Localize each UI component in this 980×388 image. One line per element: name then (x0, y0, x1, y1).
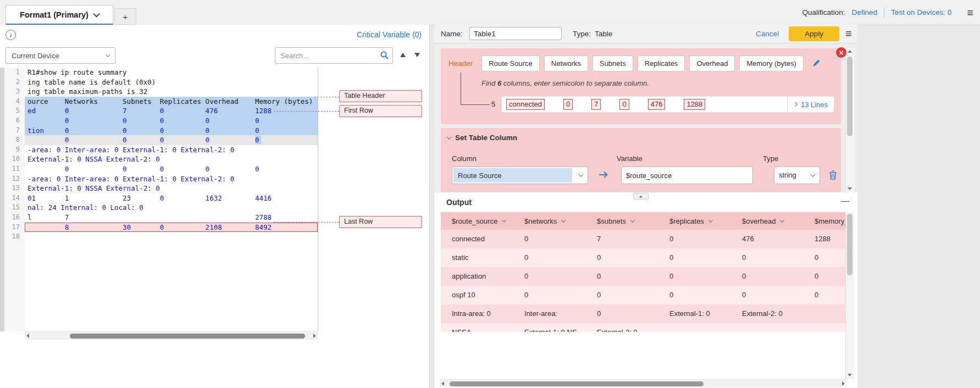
editor-line[interactable]: 17 8 30 0 2108 8492 (4, 223, 318, 232)
scroll-left-arrow[interactable] (441, 381, 444, 386)
parsed-token[interactable]: 1288 (684, 99, 705, 110)
lines-expand-button[interactable]: 13 Lines (787, 97, 834, 112)
map-arrow-icon[interactable] (598, 170, 610, 181)
critical-variable-link[interactable]: Critical Variable (0) (357, 30, 422, 39)
editor-line[interactable]: 4ource Networks Subnets Replicates Overh… (4, 97, 318, 107)
output-column-header[interactable]: $overhead (731, 212, 804, 230)
parsed-token[interactable]: 0 (563, 99, 573, 110)
scroll-right-arrow[interactable] (313, 334, 316, 338)
edit-pencil-icon[interactable] (812, 59, 821, 69)
parsed-token[interactable]: 7 (591, 99, 601, 110)
header-column-chip[interactable]: Route Source (481, 56, 540, 71)
search-prev-button[interactable] (400, 53, 406, 57)
search-input[interactable] (275, 47, 393, 64)
output-column-header[interactable]: $replicates (658, 212, 731, 230)
device-select[interactable]: Current Device (5, 47, 115, 64)
search-next-button[interactable] (414, 53, 420, 57)
chevron-down-icon[interactable] (561, 218, 566, 222)
output-row[interactable]: NSSAExternal-1: 0 NSExternal-2: 0 (441, 323, 845, 332)
output-row[interactable]: application00000 (441, 267, 845, 286)
variable-input[interactable] (621, 167, 753, 184)
scroll-left-arrow[interactable] (26, 334, 29, 338)
editor-line[interactable]: 1401 1 23 0 1632 4416 (4, 193, 318, 203)
apply-button[interactable]: Apply (789, 26, 839, 41)
editor-line[interactable]: 1R1#show ip route summary (4, 68, 318, 77)
scroll-thumb[interactable] (847, 57, 852, 136)
output-row[interactable]: Intra-area: 0Inter-area:0External-1: 0Ex… (441, 304, 845, 323)
info-icon[interactable]: i (5, 30, 16, 40)
line-text: 0 0 0 0 0 (25, 116, 318, 126)
output-vscrollbar[interactable] (845, 212, 854, 379)
output-row[interactable]: connected0704761288 (441, 230, 845, 248)
output-cell: static (441, 248, 513, 267)
chevron-down-icon[interactable] (708, 218, 713, 222)
editor-line[interactable]: 10External-1: 0 NSSA External-2: 0 (4, 154, 318, 164)
editor-line[interactable]: 12-area: 0 Inter-area: 0 External-1: 0 E… (4, 174, 318, 184)
line-number: 4 (4, 97, 25, 107)
delete-column-icon[interactable] (829, 170, 837, 181)
editor-line[interactable]: 16l 7 2788 (4, 213, 318, 223)
output-cell: 0 (586, 304, 658, 323)
header-column-chip[interactable]: Networks (544, 56, 588, 71)
editor-line[interactable]: 18 (4, 232, 318, 242)
column-select[interactable]: Route Source (452, 167, 588, 184)
minimize-output-icon[interactable]: — (841, 196, 849, 205)
search-icon[interactable] (380, 51, 389, 60)
line-number: 11 (4, 164, 25, 174)
annotation-table-header[interactable]: Table Header (339, 90, 422, 102)
add-tab-button[interactable]: + (114, 8, 136, 25)
editor-line[interactable]: 8 0 0 0 0 0 (4, 135, 318, 145)
editor-line[interactable]: 15nal: 24 Internal: 0 Local: 0 (4, 203, 318, 213)
parsed-token[interactable]: connected (506, 99, 545, 110)
parsed-token[interactable]: 0 (619, 99, 629, 110)
annotation-first-row[interactable]: First Row (339, 105, 422, 117)
scroll-thumb[interactable] (70, 334, 305, 339)
parsed-token[interactable]: 476 (648, 99, 666, 110)
chevron-down-icon[interactable] (630, 218, 635, 222)
scroll-up-arrow[interactable] (848, 50, 852, 53)
editor-line[interactable]: 13External-1: 0 NSSA External-2: 0 (4, 184, 318, 193)
cancel-button[interactable]: Cancel (756, 30, 779, 38)
output-row[interactable]: ospf 1000000 (441, 286, 845, 304)
scroll-down-arrow[interactable] (848, 374, 852, 376)
editor-line[interactable]: 2ing table name is default (0x0) (4, 77, 318, 87)
annotation-last-row[interactable]: Last Row (339, 216, 422, 228)
editor-line[interactable]: 3ing table maximum-paths is 32 (4, 87, 318, 97)
header-column-chip[interactable]: Overhead (689, 56, 735, 71)
header-column-chip[interactable]: Replicates (638, 56, 685, 71)
output-column-header[interactable]: $subnets (586, 212, 658, 230)
tab-format1[interactable]: Format1 (Primary) (5, 5, 113, 25)
scroll-thumb[interactable] (847, 214, 852, 275)
editor-line[interactable]: 5ed 0 7 0 476 1288 (4, 106, 318, 116)
test-on-devices-link[interactable]: Test on Devices: 0 (891, 8, 951, 16)
scroll-right-arrow[interactable] (842, 381, 845, 386)
header-column-chip[interactable]: Subnets (593, 56, 633, 71)
close-icon[interactable]: × (836, 47, 846, 58)
scroll-down-arrow[interactable] (848, 187, 852, 190)
menu-icon[interactable]: ≡ (967, 7, 973, 18)
panel-menu-icon[interactable]: ≡ (845, 28, 852, 39)
expand-output-button[interactable] (633, 193, 649, 199)
chevron-down-icon[interactable] (502, 218, 506, 222)
output-hscrollbar[interactable] (440, 379, 846, 387)
editor-line[interactable]: 7tion 0 0 0 0 0 (4, 126, 318, 136)
editor-line[interactable]: 6 0 0 0 0 0 (4, 116, 318, 126)
header-column-chip[interactable]: Memory (bytes) (739, 56, 803, 71)
table-name-input[interactable] (469, 27, 562, 40)
qualification-value-link[interactable]: Defined (851, 8, 877, 16)
chevron-down-icon[interactable] (93, 10, 100, 18)
editor-line[interactable]: 9-area: 0 Inter-area: 0 External-1: 0 Ex… (4, 145, 318, 155)
code-editor[interactable]: 1R1#show ip route summary2ing table name… (4, 68, 318, 242)
chevron-down-icon[interactable] (780, 218, 784, 222)
editor-line[interactable]: 11 0 0 0 0 0 (4, 164, 318, 174)
output-column-header[interactable]: $route_source (441, 212, 513, 230)
output-column-header[interactable]: $networks (513, 212, 586, 230)
type-select[interactable]: string (774, 167, 820, 184)
header-anchor-label[interactable]: Header (449, 59, 473, 68)
config-vscrollbar[interactable] (845, 48, 854, 192)
output-column-header[interactable]: $memory_b... (804, 212, 845, 230)
output-row[interactable]: static00000 (441, 248, 845, 267)
editor-hscrollbar[interactable] (25, 331, 318, 340)
scroll-thumb[interactable] (450, 381, 704, 386)
set-table-column-header[interactable]: Set Table Column (447, 134, 517, 142)
